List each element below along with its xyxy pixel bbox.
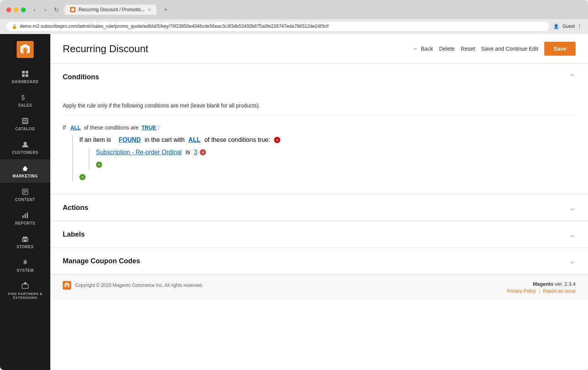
actions-section-header[interactable]: Actions ⌄ <box>50 194 588 221</box>
forward-nav-button[interactable]: › <box>41 6 49 14</box>
condition-subscription-row: Subscription - Re-order Ordinal is 3 ✕ <box>96 148 576 157</box>
condition-all-link[interactable]: ALL <box>70 124 81 131</box>
labels-section-header[interactable]: Labels ⌄ <box>50 221 588 247</box>
svg-rect-12 <box>23 193 26 193</box>
sidebar-item-system[interactable]: SYSTEM <box>0 254 50 277</box>
user-menu[interactable]: 👤 Guest ⋮ <box>552 22 582 30</box>
content-icon <box>21 188 29 196</box>
footer-left: Copyright © 2020 Magento Commerce Inc. A… <box>63 281 203 290</box>
browser-nav: ‹ › ↻ <box>31 6 60 14</box>
close-window-button[interactable] <box>6 7 11 12</box>
catalog-icon <box>21 117 29 125</box>
condition-is-text: is <box>185 149 190 156</box>
conditions-title: Conditions <box>63 73 99 81</box>
maximize-window-button[interactable] <box>21 7 26 12</box>
tab-close-button[interactable]: ✕ <box>147 7 151 12</box>
labels-toggle-icon[interactable]: ⌄ <box>569 230 576 239</box>
footer-separator: | <box>539 288 540 294</box>
condition-nested-if-text: If an item is <box>79 136 111 143</box>
reload-button[interactable]: ↻ <box>52 6 60 14</box>
add-nested-condition-button[interactable]: + <box>79 174 86 180</box>
delete-button[interactable]: Delete <box>439 46 454 52</box>
footer-version: Magento ver. 2.3.4 <box>507 281 576 287</box>
sidebar-item-marketing-label: MARKETING <box>12 174 38 178</box>
new-tab-button[interactable]: + <box>161 5 170 14</box>
back-nav-button[interactable]: ‹ <box>31 6 38 14</box>
header-actions: ← Back Delete Reset Save and Continue Ed… <box>413 42 576 56</box>
sidebar-item-stores-label: STORES <box>17 245 34 249</box>
reports-icon <box>21 211 29 220</box>
labels-title: Labels <box>63 230 85 239</box>
save-button[interactable]: Save <box>544 42 576 56</box>
remove-condition-button[interactable]: ✕ <box>274 137 280 143</box>
condition-sub-block: Subscription - Re-order Ordinal is 3 ✕ + <box>89 148 576 169</box>
sidebar-item-reports[interactable]: REPORTS <box>0 206 50 230</box>
coupon-toggle-icon[interactable]: ⌄ <box>569 256 576 266</box>
sidebar-item-customers-label: CUSTOMERS <box>12 150 38 155</box>
actions-title: Actions <box>63 204 88 212</box>
conditions-section: Conditions ⌃ Apply the rule only if the … <box>50 64 588 194</box>
condition-all2-link[interactable]: ALL <box>189 136 201 143</box>
sidebar-item-catalog-label: CATALOG <box>15 127 35 131</box>
page-footer: Copyright © 2020 Magento Commerce Inc. A… <box>50 275 588 300</box>
customers-icon <box>21 140 29 149</box>
sidebar-item-catalog[interactable]: CATALOG <box>0 112 50 136</box>
svg-rect-18 <box>24 240 26 242</box>
privacy-policy-link[interactable]: Privacy Policy <box>507 288 536 294</box>
sidebar-logo[interactable] <box>17 34 34 65</box>
reset-button[interactable]: Reset <box>461 46 475 52</box>
window-controls <box>6 7 26 12</box>
svg-rect-19 <box>22 284 28 288</box>
user-avatar-icon: 👤 <box>552 22 560 30</box>
condition-value[interactable]: 3 <box>194 149 197 156</box>
condition-found-link[interactable]: FOUND <box>119 136 141 143</box>
sidebar-item-marketing[interactable]: MARKETING <box>0 159 50 183</box>
user-label: Guest <box>562 24 575 29</box>
conditions-toggle-icon[interactable]: ⌃ <box>569 72 576 82</box>
sidebar: DASHBOARD $ SALES CATALOG CUSTOMERS <box>0 34 50 370</box>
sidebar-item-find-partners[interactable]: FIND PARTNERS & EXTENSIONS <box>0 277 50 306</box>
conditions-description: Apply the rule only if the following con… <box>63 96 576 115</box>
footer-logo-icon <box>63 281 71 290</box>
svg-rect-20 <box>63 281 71 290</box>
sidebar-item-dashboard[interactable]: DASHBOARD <box>0 65 50 89</box>
dashboard-icon <box>21 70 29 78</box>
condition-subscription-label[interactable]: Subscription - Re-order Ordinal <box>96 149 182 156</box>
address-bar[interactable]: 🔒 demo-m2.subscribepro.com/admin/sales_r… <box>6 22 549 31</box>
coupon-section: Manage Coupon Codes ⌄ <box>50 248 588 275</box>
save-continue-button[interactable]: Save and Continue Edit <box>481 46 538 52</box>
sidebar-item-sales-label: SALES <box>18 103 32 107</box>
actions-toggle-icon[interactable]: ⌄ <box>569 203 576 212</box>
condition-rule-line: If ALL of these conditions are TRUE : <box>63 124 576 131</box>
minimize-window-button[interactable] <box>14 7 19 12</box>
actions-section: Actions ⌄ <box>50 194 588 221</box>
footer-copyright: Copyright © 2020 Magento Commerce Inc. A… <box>75 283 203 288</box>
back-button[interactable]: ← Back <box>413 46 433 52</box>
svg-rect-1 <box>17 41 34 58</box>
stores-icon <box>21 235 29 243</box>
sidebar-item-find-partners-label: FIND PARTNERS & EXTENSIONS <box>3 292 47 300</box>
lock-icon: 🔒 <box>12 24 17 29</box>
svg-text:$: $ <box>21 94 25 101</box>
sidebar-item-sales[interactable]: $ SALES <box>0 89 50 112</box>
add-sub-condition-button[interactable]: + <box>96 162 102 168</box>
svg-rect-5 <box>26 74 28 77</box>
coupon-section-header[interactable]: Manage Coupon Codes ⌄ <box>50 248 588 274</box>
coupon-title: Manage Coupon Codes <box>63 257 140 265</box>
footer-right: Magento ver. 2.3.4 Privacy Policy | Repo… <box>507 281 576 294</box>
remove-sub-condition-button[interactable]: ✕ <box>200 149 206 155</box>
condition-true-link[interactable]: TRUE <box>142 124 156 131</box>
sidebar-item-customers[interactable]: CUSTOMERS <box>0 136 50 159</box>
main-content: Recurring Discount ← Back Delete Reset S… <box>50 34 588 370</box>
svg-rect-11 <box>23 191 27 192</box>
browser-menu-icon: ⋮ <box>577 24 582 29</box>
find-partners-icon <box>21 282 29 290</box>
svg-rect-10 <box>23 190 27 191</box>
sidebar-item-stores[interactable]: STORES <box>0 230 50 254</box>
report-issue-link[interactable]: Report an Issue <box>543 288 576 294</box>
tab-title: Recurring Discount / Promotio... <box>79 7 144 12</box>
browser-tab[interactable]: Recurring Discount / Promotio... ✕ <box>65 5 156 15</box>
sidebar-item-content[interactable]: CONTENT <box>0 183 50 206</box>
sidebar-item-reports-label: REPORTS <box>15 221 35 225</box>
conditions-section-header[interactable]: Conditions ⌃ <box>50 64 588 90</box>
